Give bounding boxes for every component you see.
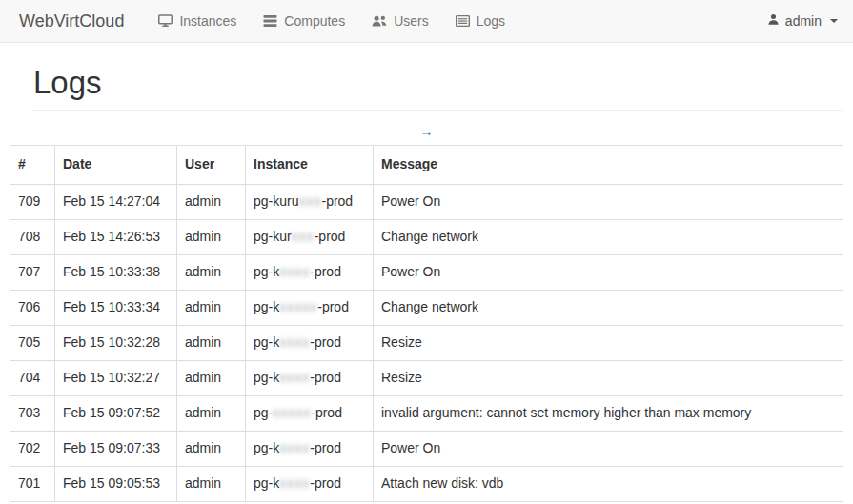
title-divider (33, 110, 843, 111)
table-row: 702Feb 15 09:07:33adminpg-kxxxx-prodPowe… (10, 432, 843, 467)
main-content: Logs → # Date User Instance Message 709F… (0, 43, 853, 502)
desktop-icon (158, 14, 173, 28)
cell-date: Feb 15 09:05:53 (55, 467, 177, 502)
cell-user: admin (177, 432, 246, 467)
instance-suffix: -prod (310, 370, 341, 385)
cell-user: admin (177, 326, 246, 361)
instance-suffix: -prod (311, 405, 342, 420)
table-header-row: # Date User Instance Message (10, 146, 843, 185)
nav-item-instances[interactable]: Instances (158, 13, 236, 29)
cell-id: 702 (10, 432, 55, 467)
instance-suffix: -prod (310, 475, 341, 491)
table-row: 703Feb 15 09:07:52adminpg-xxxxx-prodinva… (10, 396, 843, 432)
instance-suffix: -prod (310, 440, 341, 455)
instance-prefix: pg-k (254, 264, 279, 279)
user-menu[interactable]: admin (767, 13, 838, 29)
instance-redacted: xxxx (279, 475, 310, 491)
instance-suffix: -prod (321, 193, 353, 209)
cell-date: Feb 15 09:07:52 (55, 396, 177, 432)
chevron-down-icon (830, 19, 838, 23)
user-menu-label: admin (785, 13, 822, 29)
cell-instance: pg-kxxxx-prod (246, 361, 374, 396)
column-header-instance: Instance (246, 146, 374, 185)
brand-link[interactable]: WebVirtCloud (19, 11, 124, 31)
instance-suffix: -prod (310, 334, 341, 350)
instance-prefix: pg-k (254, 440, 279, 455)
column-header-message: Message (374, 146, 843, 185)
cell-instance: pg-kxxxx-prod (246, 255, 374, 291)
instance-prefix: pg-k (254, 475, 279, 491)
cell-id: 704 (10, 361, 55, 396)
cell-id: 706 (10, 291, 55, 326)
instance-prefix: pg-k (254, 370, 279, 385)
cell-id: 709 (10, 185, 55, 220)
cell-user: admin (177, 255, 246, 291)
nav-item-label: Computes (284, 13, 345, 29)
cell-user: admin (177, 396, 246, 432)
cell-date: Feb 15 10:33:34 (55, 291, 177, 326)
cell-instance: pg-kxxxx-prod (246, 432, 374, 467)
cell-id: 701 (10, 467, 55, 502)
table-row: 707Feb 15 10:33:38adminpg-kxxxx-prodPowe… (10, 255, 843, 291)
nav-item-label: Users (394, 13, 429, 29)
cell-message: Power On (374, 185, 843, 220)
cell-date: Feb 15 14:26:53 (55, 220, 177, 255)
instance-suffix: -prod (317, 299, 349, 314)
logs-table-body: 709Feb 15 14:27:04adminpg-kuruxxx-prodPo… (10, 185, 843, 502)
nav-item-users[interactable]: Users (372, 13, 429, 29)
cell-message: Power On (374, 432, 843, 467)
cell-message: Change network (374, 220, 843, 255)
cell-instance: pg-kuruxxx-prod (246, 185, 374, 220)
instance-prefix: pg-k (254, 299, 279, 314)
cell-message: Change network (374, 291, 843, 326)
navbar: WebVirtCloud Instances Computes (0, 0, 853, 43)
cell-user: admin (177, 467, 246, 502)
cell-date: Feb 15 10:32:28 (55, 326, 177, 361)
page-header: Logs (10, 43, 843, 111)
cell-user: admin (177, 291, 246, 326)
nav-item-label: Instances (179, 13, 236, 29)
table-row: 705Feb 15 10:32:28adminpg-kxxxx-prodResi… (10, 326, 843, 361)
instance-redacted: xxxx (279, 264, 310, 279)
cell-message: Resize (374, 361, 843, 396)
instance-prefix: pg-k (254, 334, 279, 350)
cell-id: 703 (10, 396, 55, 432)
cell-message: Attach new disk: vdb (374, 467, 843, 502)
logs-icon (456, 14, 470, 28)
cell-user: admin (177, 220, 246, 255)
users-icon (372, 14, 387, 28)
column-header-date: Date (55, 146, 177, 185)
page-title: Logs (33, 66, 843, 100)
cell-id: 705 (10, 326, 55, 361)
instance-redacted: xxxxx (279, 299, 317, 314)
table-row: 704Feb 15 10:32:27adminpg-kxxxx-prodResi… (10, 361, 843, 396)
cell-user: admin (177, 361, 246, 396)
cell-instance: pg-kxxxx-prod (246, 467, 374, 502)
cell-user: admin (177, 185, 246, 220)
cell-instance: pg-kxxxxx-prod (246, 291, 374, 326)
table-row: 709Feb 15 14:27:04adminpg-kuruxxx-prodPo… (10, 185, 843, 220)
pagination: → (10, 124, 843, 139)
table-row: 701Feb 15 09:05:53adminpg-kxxxx-prodAtta… (10, 467, 843, 502)
nav-item-label: Logs (477, 13, 505, 29)
cell-instance: pg-kurxxx-prod (246, 220, 374, 255)
nav-item-computes[interactable]: Computes (263, 13, 345, 29)
nav-items: Instances Computes Users (158, 13, 505, 29)
cell-id: 708 (10, 220, 55, 255)
instance-suffix: -prod (315, 229, 346, 244)
instance-redacted: xxx (292, 229, 315, 244)
cell-message: Resize (374, 326, 843, 361)
next-page-link[interactable]: → (420, 124, 434, 139)
instance-redacted: xxxx (279, 370, 310, 385)
column-header-user: User (177, 146, 246, 185)
cell-date: Feb 15 10:32:27 (55, 361, 177, 396)
instance-redacted: xxxxx (273, 405, 311, 420)
cell-date: Feb 15 10:33:38 (55, 255, 177, 291)
nav-item-logs[interactable]: Logs (456, 13, 505, 29)
cell-message: invalid argument: cannot set memory high… (374, 396, 843, 432)
cell-message: Power On (374, 255, 843, 291)
instance-redacted: xxx (298, 193, 321, 209)
cell-date: Feb 15 09:07:33 (55, 432, 177, 467)
instance-redacted: xxxx (279, 440, 310, 455)
cell-date: Feb 15 14:27:04 (55, 185, 177, 220)
